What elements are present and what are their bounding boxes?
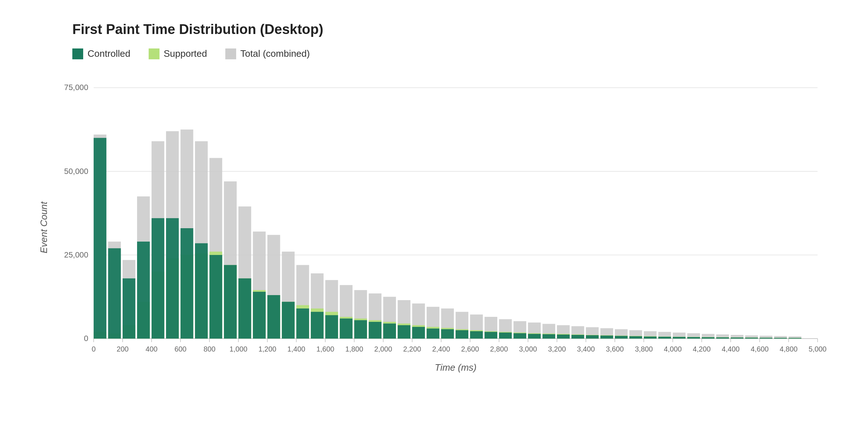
legend-swatch-total (225, 48, 236, 59)
svg-rect-23 (152, 218, 164, 339)
legend-label-total: Total (combined) (241, 48, 310, 59)
legend-label-supported: Supported (164, 48, 207, 59)
svg-text:3,600: 3,600 (606, 345, 624, 353)
chart-title: First Paint Time Distribution (Desktop) (72, 22, 839, 37)
svg-rect-122 (629, 336, 642, 339)
svg-rect-116 (600, 336, 613, 339)
svg-text:0: 0 (84, 334, 88, 343)
svg-rect-83 (441, 329, 454, 339)
svg-rect-77 (412, 327, 425, 339)
svg-text:1,000: 1,000 (229, 345, 247, 353)
svg-rect-89 (470, 331, 483, 339)
svg-rect-128 (658, 337, 671, 339)
svg-rect-50 (282, 302, 294, 339)
svg-rect-152 (774, 338, 787, 339)
svg-rect-98 (514, 333, 526, 339)
chart-svg: 025,00050,00075,00002004006008001,0001,2… (51, 74, 839, 381)
svg-rect-17 (123, 278, 135, 339)
svg-rect-149 (760, 338, 772, 339)
svg-rect-95 (499, 333, 512, 339)
svg-rect-62 (340, 319, 352, 339)
svg-rect-146 (745, 338, 758, 339)
chart-area: Event Count 025,00050,00075,000020040060… (51, 74, 839, 381)
svg-rect-56 (311, 312, 323, 339)
svg-text:1,800: 1,800 (345, 345, 363, 353)
svg-rect-143 (731, 337, 743, 339)
legend-item-total: Total (combined) (225, 48, 310, 59)
y-axis-label: Event Count (38, 201, 50, 253)
svg-text:3,200: 3,200 (548, 345, 566, 353)
svg-text:2,600: 2,600 (461, 345, 479, 353)
svg-rect-125 (644, 337, 656, 339)
svg-text:200: 200 (116, 345, 128, 353)
svg-rect-59 (325, 315, 338, 339)
svg-rect-131 (673, 337, 685, 339)
svg-text:2,000: 2,000 (374, 345, 392, 353)
svg-rect-155 (788, 338, 801, 339)
svg-text:1,600: 1,600 (316, 345, 335, 353)
svg-rect-47 (267, 295, 280, 339)
svg-text:5,000: 5,000 (809, 345, 827, 353)
svg-rect-11 (94, 138, 106, 339)
svg-rect-20 (137, 242, 150, 339)
svg-text:75,000: 75,000 (64, 83, 88, 92)
svg-rect-35 (209, 255, 222, 339)
svg-rect-65 (354, 320, 367, 339)
svg-rect-80 (427, 328, 439, 339)
svg-text:4,400: 4,400 (722, 345, 740, 353)
svg-rect-41 (238, 278, 251, 339)
legend-item-supported: Supported (149, 48, 207, 59)
chart-container: First Paint Time Distribution (Desktop) … (0, 0, 868, 434)
svg-rect-113 (586, 335, 599, 339)
svg-rect-86 (456, 330, 468, 339)
svg-rect-14 (108, 248, 121, 339)
svg-rect-29 (180, 228, 193, 339)
svg-text:2,800: 2,800 (490, 345, 508, 353)
svg-rect-110 (571, 335, 584, 339)
svg-rect-53 (296, 309, 309, 339)
svg-rect-140 (716, 337, 729, 339)
legend-label-controlled: Controlled (88, 48, 131, 59)
svg-rect-74 (398, 325, 410, 339)
svg-rect-26 (166, 218, 179, 339)
svg-rect-38 (224, 265, 237, 339)
svg-rect-101 (528, 334, 541, 339)
svg-text:4,600: 4,600 (751, 345, 769, 353)
svg-rect-71 (383, 324, 396, 339)
chart-legend: Controlled Supported Total (combined) (72, 48, 839, 59)
svg-text:25,000: 25,000 (64, 250, 88, 259)
svg-rect-92 (485, 332, 497, 339)
svg-rect-134 (687, 337, 700, 339)
legend-item-controlled: Controlled (72, 48, 131, 59)
svg-rect-104 (542, 334, 555, 339)
svg-text:1,400: 1,400 (288, 345, 306, 353)
svg-rect-119 (615, 336, 627, 339)
legend-swatch-controlled (72, 48, 83, 59)
svg-text:4,200: 4,200 (693, 345, 711, 353)
svg-text:600: 600 (175, 345, 187, 353)
svg-rect-107 (557, 335, 570, 339)
svg-text:3,000: 3,000 (519, 345, 537, 353)
legend-swatch-supported (149, 48, 159, 59)
svg-text:3,400: 3,400 (577, 345, 595, 353)
svg-text:800: 800 (204, 345, 216, 353)
svg-rect-68 (369, 322, 382, 339)
svg-text:4,000: 4,000 (664, 345, 682, 353)
svg-text:0: 0 (92, 345, 95, 353)
svg-text:400: 400 (146, 345, 158, 353)
svg-text:2,200: 2,200 (403, 345, 421, 353)
svg-rect-137 (702, 337, 714, 339)
svg-text:Time (ms): Time (ms) (435, 362, 477, 373)
svg-text:3,800: 3,800 (635, 345, 653, 353)
svg-text:1,200: 1,200 (259, 345, 277, 353)
svg-text:50,000: 50,000 (64, 167, 88, 176)
svg-text:4,800: 4,800 (780, 345, 798, 353)
svg-rect-44 (253, 292, 265, 339)
svg-text:2,400: 2,400 (432, 345, 450, 353)
svg-rect-32 (195, 243, 208, 339)
